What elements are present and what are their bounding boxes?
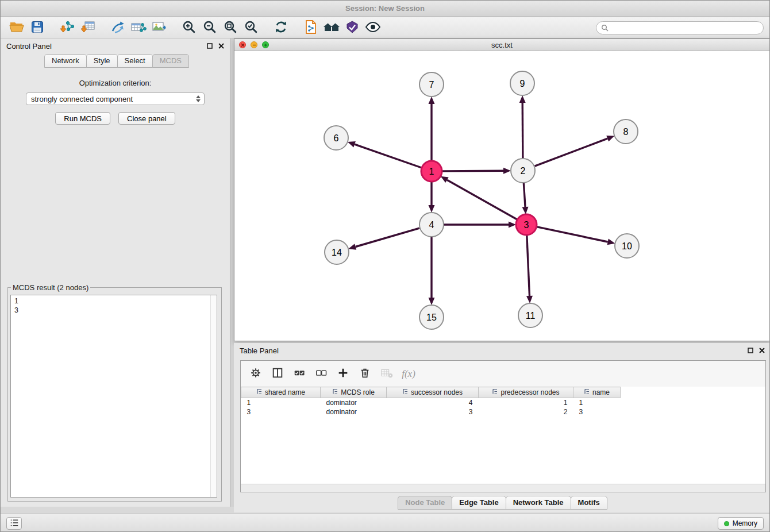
- tab-mcds[interactable]: MCDS: [152, 54, 189, 68]
- deselect-all-columns-button[interactable]: [312, 365, 330, 383]
- node-table: shared name MCDS role successor nodes pr…: [241, 387, 621, 417]
- refresh-network-button[interactable]: [271, 19, 291, 36]
- export-table-button[interactable]: [128, 19, 149, 36]
- zoom-out-button[interactable]: [199, 19, 220, 36]
- table-cell[interactable]: 2: [479, 407, 573, 417]
- result-scrollbar[interactable]: [210, 295, 217, 497]
- tab-style[interactable]: Style: [86, 54, 118, 68]
- graph-edge[interactable]: [522, 103, 523, 158]
- import-table-button[interactable]: [78, 19, 98, 36]
- network-window-titlebar[interactable]: scc.txt: [234, 39, 769, 51]
- task-history-button[interactable]: [6, 517, 22, 530]
- graph-node-label: 10: [622, 241, 632, 251]
- graph-edge[interactable]: [355, 144, 421, 168]
- zoom-fit-button[interactable]: [220, 19, 241, 36]
- float-panel-icon[interactable]: [748, 346, 753, 355]
- close-panel-icon[interactable]: [759, 346, 765, 355]
- table-row[interactable]: 1dominator411: [241, 398, 621, 407]
- zoom-out-icon: [202, 20, 217, 36]
- image-export-icon: [152, 20, 167, 36]
- table-settings-button[interactable]: [247, 365, 265, 383]
- export-image-button[interactable]: [149, 19, 170, 36]
- graph-edge[interactable]: [356, 228, 419, 246]
- create-column-button[interactable]: [334, 365, 352, 383]
- column-header-predecessor-nodes[interactable]: predecessor nodes: [479, 387, 573, 398]
- column-header-mcds-role[interactable]: MCDS role: [321, 387, 387, 398]
- tab-network[interactable]: Network: [44, 54, 87, 68]
- open-file-button[interactable]: [6, 19, 27, 36]
- edge-arrowhead-icon: [429, 205, 435, 213]
- network-arrows-icon: [110, 20, 125, 36]
- table-cell[interactable]: 1: [479, 398, 573, 407]
- function-builder-button[interactable]: f(x): [399, 365, 418, 383]
- plus-icon: [337, 367, 349, 381]
- zoom-in-button[interactable]: [179, 19, 199, 36]
- table-row[interactable]: 3dominator323: [241, 407, 621, 417]
- import-network-button[interactable]: [57, 19, 78, 36]
- table-cell[interactable]: dominator: [321, 407, 387, 417]
- graph-edge[interactable]: [537, 227, 608, 242]
- window-minimize-icon[interactable]: [251, 41, 257, 48]
- home-button[interactable]: [321, 19, 342, 36]
- list-icon: [10, 519, 19, 529]
- memory-button[interactable]: Memory: [718, 517, 764, 530]
- open-session-doc-button[interactable]: [301, 19, 321, 36]
- window-close-icon[interactable]: [239, 41, 246, 48]
- show-hide-button[interactable]: [363, 19, 383, 36]
- table-cell[interactable]: 4: [387, 398, 479, 407]
- tab-select[interactable]: Select: [117, 54, 153, 68]
- network-graph-svg[interactable]: 7968124314101511: [234, 51, 769, 341]
- float-panel-icon[interactable]: [207, 42, 213, 51]
- column-type-icon: [332, 388, 338, 396]
- edge-arrowhead-icon: [526, 296, 533, 303]
- table-cell[interactable]: dominator: [321, 398, 387, 407]
- select-all-columns-button[interactable]: [290, 365, 309, 383]
- table-horizontal-scrollbar[interactable]: [241, 484, 765, 492]
- graph-edge[interactable]: [527, 236, 530, 296]
- tab-motifs[interactable]: Motifs: [571, 496, 607, 510]
- search-input[interactable]: [596, 21, 764, 34]
- tab-node-table[interactable]: Node Table: [398, 496, 452, 510]
- style-button[interactable]: [342, 19, 363, 36]
- graph-edge[interactable]: [447, 180, 517, 219]
- graph-node-label: 8: [623, 127, 629, 137]
- table-cell[interactable]: 3: [241, 407, 321, 417]
- clone-network-button[interactable]: [107, 19, 128, 36]
- table-cell[interactable]: 1: [241, 398, 321, 407]
- graph-edge[interactable]: [442, 171, 503, 171]
- column-header-name[interactable]: name: [573, 387, 621, 398]
- graph-edge[interactable]: [523, 183, 525, 207]
- mcds-result-fieldset: MCDS result (2 nodes) 1 3: [7, 283, 222, 502]
- delete-table-button[interactable]: [378, 365, 396, 383]
- home-pair-icon: [323, 20, 340, 36]
- floppy-icon: [31, 21, 44, 35]
- edge-arrowhead-icon: [503, 168, 511, 174]
- control-panel-header: Control Panel: [1, 38, 230, 54]
- tab-edge-table[interactable]: Edge Table: [452, 496, 506, 510]
- save-session-button[interactable]: [27, 19, 48, 36]
- network-canvas[interactable]: 7968124314101511: [234, 51, 769, 341]
- delete-column-button[interactable]: [356, 365, 374, 383]
- window-zoom-icon[interactable]: [262, 41, 269, 48]
- column-header-successor-nodes[interactable]: successor nodes: [387, 387, 479, 398]
- network-view-window: scc.txt 7968124314101511: [234, 38, 770, 341]
- column-header-shared-name[interactable]: shared name: [241, 387, 321, 398]
- table-cell[interactable]: 1: [573, 398, 621, 407]
- table-network-icon: [130, 20, 147, 36]
- network-window-title: scc.txt: [234, 41, 769, 49]
- graph-node-label: 1: [429, 167, 434, 176]
- close-panel-icon[interactable]: [218, 42, 224, 51]
- table-panel-tabs: Node Table Edge Table Network Table Moti…: [234, 496, 770, 510]
- show-column-button[interactable]: [268, 365, 287, 383]
- close-panel-button[interactable]: Close panel: [118, 112, 175, 125]
- run-mcds-button[interactable]: Run MCDS: [55, 112, 110, 125]
- table-cell[interactable]: 3: [573, 407, 621, 417]
- table-cell[interactable]: 3: [387, 407, 479, 417]
- gear-icon: [249, 367, 262, 381]
- main-toolbar: [1, 17, 769, 38]
- mcds-result-box[interactable]: 1 3: [10, 295, 217, 498]
- tab-network-table[interactable]: Network Table: [506, 496, 571, 510]
- criterion-select[interactable]: strongly connected component: [26, 92, 205, 105]
- zoom-selected-button[interactable]: [241, 19, 261, 36]
- graph-edge[interactable]: [535, 138, 608, 166]
